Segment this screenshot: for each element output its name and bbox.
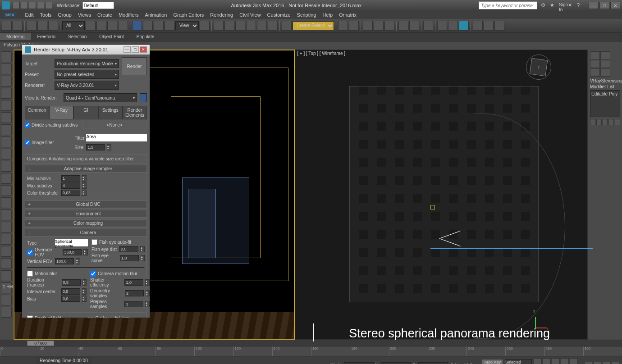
modifier-item[interactable]: Editable Poly <box>591 91 619 96</box>
next-frame-icon[interactable] <box>561 358 569 364</box>
clr-thresh-input[interactable] <box>61 190 80 196</box>
favorites-icon[interactable]: ★ <box>550 2 556 9</box>
tab-vray[interactable]: V-Ray <box>49 106 73 119</box>
menu-tools[interactable]: Tools <box>40 12 51 18</box>
select-region-icon[interactable] <box>107 21 117 31</box>
select-by-name-icon[interactable] <box>96 21 106 31</box>
menu-graph-editors[interactable]: Graph Editors <box>173 12 204 18</box>
tab-common[interactable]: Common <box>25 106 49 119</box>
material-editor-icon[interactable] <box>423 21 433 31</box>
min-subdivs-input[interactable] <box>61 175 80 182</box>
cam-type-dropdown[interactable]: Spherical panorama <box>55 239 88 246</box>
lock-selection-icon[interactable] <box>329 363 336 364</box>
render-button[interactable]: Render <box>122 57 147 75</box>
pin-stack-icon[interactable] <box>590 119 595 125</box>
left-tool-10-icon[interactable] <box>1 161 12 172</box>
ribbon-toggle-icon[interactable] <box>384 21 394 31</box>
rollout-camera[interactable]: Camera <box>32 230 145 235</box>
left-tool-3-icon[interactable] <box>1 76 12 86</box>
left-tool-14-icon[interactable] <box>1 209 12 220</box>
search-input[interactable] <box>479 1 537 9</box>
left-tool-6-icon[interactable] <box>1 112 12 123</box>
menu-group[interactable]: Group <box>58 12 72 18</box>
left-tool-5-icon[interactable] <box>1 100 12 111</box>
mirror-icon[interactable] <box>338 21 348 31</box>
bias-input[interactable] <box>61 296 80 302</box>
coord-x-input[interactable] <box>344 362 374 364</box>
left-tool-13-icon[interactable] <box>1 197 12 208</box>
qat-open-icon[interactable] <box>21 2 28 9</box>
override-fov-input[interactable] <box>63 249 82 255</box>
renderer-dropdown[interactable]: V-Ray Adv 3.20.01 <box>55 81 119 90</box>
tab-render-elements[interactable]: Render Elements <box>123 106 147 119</box>
left-tool-1-icon[interactable] <box>1 51 12 62</box>
viewcube[interactable]: T <box>526 55 551 80</box>
max-subdivs-input[interactable] <box>61 182 80 189</box>
fisheye-dist-input[interactable] <box>119 246 138 252</box>
size-input[interactable] <box>86 144 105 150</box>
get-focus-checkbox[interactable] <box>88 317 94 318</box>
cp-tab-hierarchy-icon[interactable] <box>590 60 600 68</box>
select-move-icon[interactable] <box>132 21 142 31</box>
shutter-input[interactable] <box>124 279 143 286</box>
curve-editor-icon[interactable] <box>398 21 408 31</box>
tab-settings[interactable]: Settings <box>98 106 123 119</box>
cp-tab-motion-icon[interactable] <box>600 60 610 68</box>
selection-filter-dropdown[interactable]: All <box>62 21 85 30</box>
help-icon[interactable]: ? <box>577 2 583 9</box>
snap-angle-icon[interactable] <box>246 21 256 31</box>
window-crossing-icon[interactable] <box>118 21 128 31</box>
goto-end-icon[interactable] <box>570 358 578 364</box>
target-dropdown[interactable]: Production Rendering Mode <box>55 59 119 68</box>
named-selection-dropdown[interactable]: Create Selection Se <box>293 21 334 30</box>
dialog-titlebar[interactable]: Render Setup: V-Ray Adv 3.20.01 — □ ✕ <box>22 45 150 55</box>
menu-help[interactable]: Help <box>322 12 333 18</box>
lock-view-icon[interactable] <box>140 93 147 102</box>
fisheye-curve-input[interactable] <box>120 255 139 261</box>
left-tool-12-icon[interactable] <box>1 185 12 196</box>
qat-redo-icon[interactable] <box>45 2 52 9</box>
ribbon-tab-modeling[interactable]: Modeling <box>0 33 31 40</box>
vertical-fov-input[interactable] <box>55 258 74 264</box>
max-subdivs-spinner[interactable] <box>82 182 87 189</box>
play-icon[interactable] <box>552 358 560 364</box>
render-setup-dialog[interactable]: Render Setup: V-Ray Adv 3.20.01 — □ ✕ Ta… <box>22 44 150 318</box>
prepass-input[interactable] <box>124 301 143 307</box>
ribbon-tab-object-paint[interactable]: Object Paint <box>93 33 130 40</box>
time-ruler[interactable]: 0204060801001201401601802002202402602803… <box>0 346 622 356</box>
sampler-rollout-head[interactable]: Adaptive image sampler <box>32 166 145 171</box>
view-to-render-dropdown[interactable]: Quad 4 - CamPanorama <box>64 93 137 102</box>
dialog-maximize-button[interactable]: □ <box>132 46 139 53</box>
prev-frame-icon[interactable] <box>543 358 551 364</box>
divide-shading-checkbox[interactable] <box>25 123 30 127</box>
left-tool-16-icon[interactable] <box>1 234 12 245</box>
modifier-stack[interactable]: Editable Poly <box>590 90 620 117</box>
rollout-global-dmc[interactable]: Global DMC <box>32 202 145 207</box>
geom-samples-input[interactable] <box>125 290 144 296</box>
viewport-nav-1-icon[interactable] <box>584 362 592 364</box>
image-filter-checkbox[interactable] <box>25 140 30 145</box>
qat-save-icon[interactable] <box>29 2 36 9</box>
manipulate-icon[interactable] <box>214 21 224 31</box>
rollout-color-mapping[interactable]: Color mapping <box>32 221 145 226</box>
menu-animation[interactable]: Animation <box>145 12 167 18</box>
named-sel-icon[interactable] <box>282 21 292 31</box>
cam-motion-blur-checkbox[interactable] <box>90 271 96 277</box>
maximize-button[interactable]: □ <box>599 2 609 9</box>
menu-create[interactable]: Create <box>97 12 112 18</box>
dof-checkbox[interactable] <box>27 315 33 318</box>
schematic-view-icon[interactable] <box>409 21 419 31</box>
viewport-top-label[interactable]: [ + ] [ Top ] [ Wireframe ] <box>297 51 345 56</box>
ribbon-tab-freeform[interactable]: Freeform <box>31 33 62 40</box>
app-icon[interactable] <box>2 1 10 9</box>
left-tool-11-icon[interactable] <box>1 173 12 184</box>
redo-icon[interactable] <box>13 21 23 31</box>
show-end-result-icon[interactable] <box>596 119 602 125</box>
time-slider-handle[interactable]: 0 / 600 <box>27 341 54 346</box>
left-tool-15-icon[interactable] <box>1 222 12 232</box>
menu-scripting[interactable]: Scripting <box>297 12 316 18</box>
key-filter-dropdown[interactable] <box>505 359 532 364</box>
left-tool-9-icon[interactable] <box>1 149 12 159</box>
scene-explorer-icon[interactable] <box>374 21 384 31</box>
rollout-environment[interactable]: Environment <box>32 211 145 216</box>
